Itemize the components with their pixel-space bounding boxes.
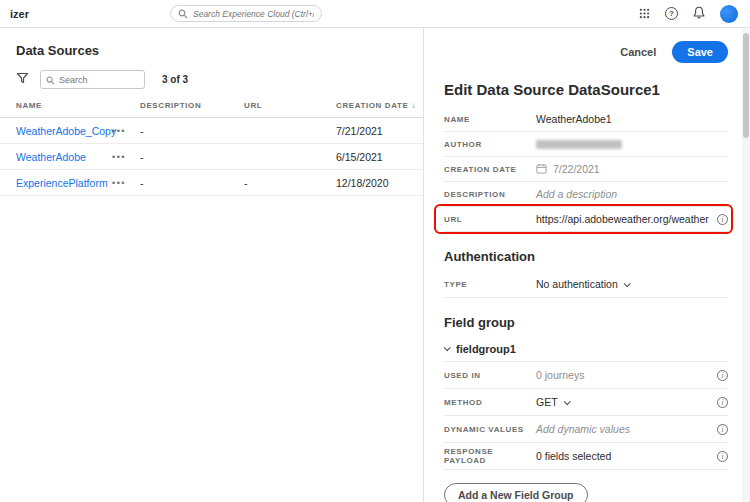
creation-date-cell: 7/21/2021: [336, 125, 423, 137]
column-header-creation-date[interactable]: CREATION DATE↓: [336, 101, 423, 110]
datasource-link[interactable]: ExperiencePlatform: [16, 177, 112, 189]
list-search[interactable]: [40, 70, 145, 89]
dynamic-values-row: DYNAMIC VALUES Add dynamic values i: [444, 416, 728, 443]
creation-date-field-value: 7/22/2021: [553, 163, 600, 175]
panel-title: Data Sources: [0, 28, 423, 70]
row-actions-menu[interactable]: •••: [112, 126, 140, 136]
datasource-link[interactable]: WeatherAdobe: [16, 151, 112, 163]
used-in-row: USED IN 0 journeys i: [444, 362, 728, 389]
url-field-row: URL https://api.adobeweather.org/weather…: [444, 207, 728, 232]
response-payload-info-icon[interactable]: i: [717, 451, 728, 462]
table-row: WeatherAdobe_Copy ••• - 7/21/2021: [0, 118, 423, 144]
list-toolbar: 3 of 3: [0, 70, 423, 101]
method-row: METHOD GET i: [444, 389, 728, 416]
auth-type-dropdown[interactable]: No authentication: [536, 278, 629, 290]
app-window: izer ?: [0, 0, 750, 502]
calendar-icon: [536, 163, 547, 176]
used-in-value: 0 journeys: [536, 369, 717, 381]
column-header-name[interactable]: NAME: [16, 101, 112, 110]
main-content: Data Sources 3 of 3 NAME DESCRIPTION URL: [0, 28, 750, 502]
response-payload-row: RESPONSE PAYLOAD 0 fields selected i: [444, 443, 728, 470]
auth-type-label: TYPE: [444, 280, 536, 289]
global-search[interactable]: [170, 5, 322, 22]
redacted-author-value: [536, 140, 622, 149]
list-search-input[interactable]: [59, 75, 139, 85]
filter-icon[interactable]: [16, 71, 29, 89]
author-field-row: AUTHOR: [444, 132, 728, 157]
column-header-url[interactable]: URL: [244, 101, 336, 110]
authentication-heading: Authentication: [444, 249, 728, 264]
table-header: NAME DESCRIPTION URL CREATION DATE↓: [0, 101, 423, 118]
apps-grid-icon[interactable]: [639, 5, 650, 23]
datasource-link[interactable]: WeatherAdobe_Copy: [16, 125, 112, 137]
row-actions-menu[interactable]: •••: [112, 178, 140, 188]
fieldgroup-toggle[interactable]: fieldgroup1: [444, 336, 728, 362]
column-header-description[interactable]: DESCRIPTION: [140, 101, 244, 110]
fieldgroup-name: fieldgroup1: [456, 343, 516, 355]
result-count: 3 of 3: [156, 74, 188, 85]
page-title: Edit Data Source DataSource1: [444, 81, 728, 98]
url-info-icon[interactable]: i: [717, 214, 728, 225]
topbar-actions: ?: [639, 5, 740, 23]
url-field-value[interactable]: https://api.adobeweather.org/weather: [536, 213, 717, 225]
description-cell: -: [140, 151, 244, 163]
chevron-down-icon: [563, 398, 570, 405]
used-in-info-icon[interactable]: i: [717, 370, 728, 381]
author-field-label: AUTHOR: [444, 140, 536, 149]
search-icon: [46, 71, 55, 89]
description-field-input[interactable]: Add a description: [536, 188, 728, 200]
help-icon[interactable]: ?: [665, 7, 678, 20]
row-actions-menu[interactable]: •••: [112, 152, 140, 162]
method-info-icon[interactable]: i: [717, 397, 728, 408]
creation-date-cell: 12/18/2020: [336, 177, 423, 189]
save-button[interactable]: Save: [672, 41, 728, 63]
table-row: ExperiencePlatform ••• - - 12/18/2020: [0, 170, 423, 196]
search-icon: [178, 5, 188, 23]
name-field-label: NAME: [444, 115, 536, 124]
name-field-value[interactable]: WeatherAdobe1: [536, 113, 728, 125]
top-navigation-bar: izer ?: [0, 0, 750, 28]
cancel-button[interactable]: Cancel: [620, 46, 656, 58]
description-cell: -: [140, 125, 244, 137]
dynamic-values-input[interactable]: Add dynamic values: [536, 423, 717, 435]
notifications-bell-icon[interactable]: [693, 5, 705, 23]
response-payload-value[interactable]: 0 fields selected: [536, 450, 717, 462]
description-field-label: DESCRIPTION: [444, 190, 536, 199]
chevron-down-icon: [444, 344, 451, 351]
panel-actions: Cancel Save: [444, 28, 728, 63]
add-field-group-button[interactable]: Add a New Field Group: [444, 483, 588, 502]
description-field-row: DESCRIPTION Add a description: [444, 182, 728, 207]
creation-date-field-label: CREATION DATE: [444, 165, 536, 174]
dynamic-values-info-icon[interactable]: i: [717, 424, 728, 435]
scrollbar-thumb[interactable]: [743, 33, 749, 138]
chevron-down-icon: [623, 280, 630, 287]
creation-date-field-row: CREATION DATE 7/22/2021: [444, 157, 728, 182]
url-cell: -: [244, 177, 336, 189]
sort-descending-icon: ↓: [411, 101, 416, 110]
data-sources-list-panel: Data Sources 3 of 3 NAME DESCRIPTION URL: [0, 28, 424, 502]
auth-type-row: TYPE No authentication: [444, 271, 728, 298]
url-field-label: URL: [444, 215, 536, 224]
creation-date-cell: 6/15/2021: [336, 151, 423, 163]
description-cell: -: [140, 177, 244, 189]
name-field-row: NAME WeatherAdobe1: [444, 107, 728, 132]
fieldgroup-details: USED IN 0 journeys i METHOD GET i D: [444, 362, 728, 470]
edit-data-source-panel: Cancel Save Edit Data Source DataSource1…: [424, 28, 750, 502]
user-avatar[interactable]: [720, 5, 738, 23]
field-group-heading: Field group: [444, 315, 728, 330]
method-dropdown[interactable]: GET: [536, 396, 569, 408]
datasource-fields: NAME WeatherAdobe1 AUTHOR CREATION DATE …: [444, 107, 728, 232]
vertical-scrollbar: [742, 29, 750, 502]
table-row: WeatherAdobe ••• - 6/15/2021: [0, 144, 423, 170]
global-search-input[interactable]: [193, 9, 314, 19]
app-title: izer: [10, 8, 29, 20]
